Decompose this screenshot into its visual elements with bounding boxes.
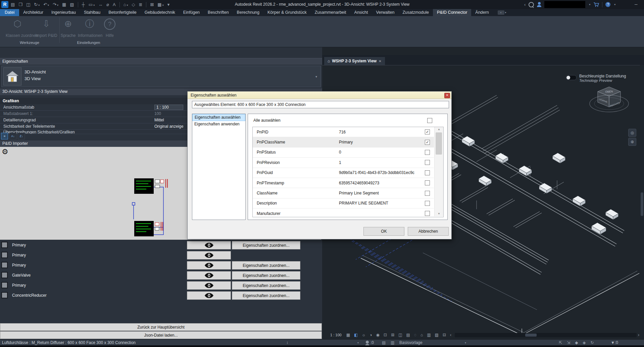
ok-button[interactable]: OK (363, 227, 404, 236)
viewport-hscrollbar[interactable] (455, 333, 637, 337)
displacement-icon[interactable]: ⊟ (443, 333, 446, 337)
tab-gebaeudetechnik[interactable]: Gebäudetechnik (141, 9, 179, 16)
tab-berechnung[interactable]: Berechnung (233, 9, 263, 16)
drag-on-selection-icon[interactable]: ↻ (591, 340, 594, 345)
pid-list-row[interactable]: Primary (0, 251, 322, 259)
dialog-property-row[interactable]: PnPClassNamePrimary✓ (253, 137, 434, 147)
viewcube[interactable]: OBEN VORNE RECHTS (584, 82, 634, 121)
dialog-property-row[interactable]: PnPGuid9d9b0a71-f041-4b43-872b-3ddbb031e… (253, 168, 434, 178)
username-redacted[interactable] (544, 1, 585, 8)
constraints-icon[interactable]: ▥ (427, 333, 431, 337)
tab-datei[interactable]: Datei (0, 9, 19, 16)
tech-preview-toggle[interactable] (566, 75, 577, 80)
type-selector-dropdown-icon[interactable]: ▾ (315, 75, 317, 78)
viewport-vscrollbar[interactable] (640, 65, 644, 339)
close-hidden-windows-icon[interactable]: ⊠ (150, 2, 154, 7)
design-option-value[interactable]: Basisvorlage (399, 340, 423, 345)
sort-za-icon[interactable]: Z↓ (18, 133, 25, 139)
type-selector[interactable]: 3D-Ansicht 3D View ▾ (1, 66, 321, 87)
crop-view-icon[interactable]: ⊡ (384, 333, 387, 337)
dialog-close-icon[interactable]: ✕ (444, 93, 450, 98)
thin-lines-icon[interactable]: ≣ (139, 2, 143, 7)
tab-betonfertigteile[interactable]: Betonfertigteile (104, 9, 140, 16)
shadows-icon[interactable]: ◑ (369, 333, 372, 337)
measure-icon[interactable]: ▭▾ (89, 2, 95, 7)
save-icon[interactable]: ◫ (26, 2, 30, 7)
zoom-tool-icon[interactable]: ⊕ (628, 138, 636, 146)
design-options-icon[interactable]: ▥ (391, 340, 394, 345)
nav-apply-properties[interactable]: Eigenschaften anwenden (192, 121, 245, 127)
tab-ansicht[interactable]: Ansicht (350, 9, 372, 16)
map-classes-button[interactable]: ⬡ Klassen zuordnen (6, 18, 29, 38)
property-checkbox[interactable] (425, 160, 430, 165)
cart-icon[interactable] (593, 2, 599, 7)
user-avatar-icon[interactable] (537, 2, 541, 7)
dialog-property-row[interactable]: PnPRevision1 (253, 158, 434, 168)
lock-view-icon[interactable]: ◫ (398, 333, 402, 337)
visibility-eye-button[interactable] (187, 271, 231, 280)
tag-icon[interactable]: ⌀ (106, 2, 109, 7)
dialog-property-row[interactable]: Manufacturer (253, 209, 434, 219)
tab-ingenieurbau[interactable]: Ingenieurbau (47, 9, 80, 16)
property-checkbox[interactable] (425, 201, 430, 206)
open-icon[interactable]: ❒ (18, 2, 22, 7)
switch-windows-icon[interactable]: ▩▾ (157, 2, 163, 7)
nav-select-properties[interactable]: Eigenschaften auswählen (193, 114, 245, 121)
ribbon-help-button[interactable]: ? Hilfe (99, 18, 120, 38)
tab-stahlbau[interactable]: Stahlbau (80, 9, 104, 16)
view-tab-wshp[interactable]: ⌂ WSHP 2-3 System View ✕ (324, 57, 385, 65)
worksets-icon[interactable]: ▤ (382, 340, 386, 345)
property-checkbox[interactable]: ✓ (425, 129, 430, 134)
tab-koerper-grundstueck[interactable]: Körper & Grundstück (263, 9, 311, 16)
back-to-overview-button[interactable]: Zurück zur Hauptübersicht (0, 323, 322, 331)
tab-close-icon[interactable]: ✕ (379, 59, 381, 63)
dialog-property-row[interactable]: PnPStatus0 (253, 148, 434, 158)
view-scale[interactable]: 1 : 100 (330, 333, 342, 337)
reveal-hidden-icon[interactable]: ◌ (414, 333, 416, 337)
assign-properties-button[interactable]: Eigenschaften zuordnen... (232, 291, 300, 300)
dialog-property-row[interactable]: ClassNamePrimary Line Segment (253, 188, 434, 198)
ribbon-collapse-icon[interactable]: ▾ (505, 9, 506, 16)
dialog-title-bar[interactable]: Eigenschaften auswählen (188, 92, 451, 99)
import-pid-button[interactable]: ⇩ Import P&ID (35, 18, 58, 38)
load-json-button[interactable]: Json-Datei laden... (0, 331, 322, 339)
analytical-icon[interactable]: ⌂ (420, 333, 423, 337)
default-3d-view-icon[interactable]: ⌂▾ (123, 2, 128, 7)
worksets-dropdown-icon[interactable]: ▾ (357, 341, 359, 344)
section-icon[interactable]: ◇ (132, 2, 135, 7)
ribbon-state-icon[interactable]: ▪ (498, 10, 504, 15)
visibility-eye-button[interactable] (187, 251, 231, 259)
sync-icon[interactable]: ↻▾ (34, 2, 40, 7)
crop-region-icon[interactable]: ⊞ (391, 333, 394, 337)
help-dropdown-icon[interactable]: ▾ (614, 3, 615, 6)
visual-style-icon[interactable]: ◧ (354, 333, 358, 337)
sort-az-icon[interactable]: A↓ (9, 133, 16, 139)
scroll-left-icon[interactable]: ‹ (450, 333, 451, 337)
redo-icon[interactable]: ↷▾ (53, 2, 58, 7)
select-links-icon[interactable]: ⇱ (559, 340, 562, 345)
properties-palette-header[interactable]: Eigenschaften (0, 58, 325, 65)
dialog-property-row[interactable]: PnPTimestamp635957424659049273 (253, 178, 434, 188)
render-icon[interactable]: ◉ (376, 333, 380, 337)
visibility-eye-button[interactable] (187, 241, 231, 249)
collapse-search-icon[interactable]: ‹ (524, 2, 526, 7)
tab-aendern[interactable]: Ändern (471, 9, 493, 16)
tab-zusammenarbeit[interactable]: Zusammenarbeit (311, 9, 350, 16)
revit-app-icon[interactable]: R (1, 1, 8, 8)
tab-zusatzmodule[interactable]: Zusatzmodule (398, 9, 433, 16)
property-checkbox[interactable] (425, 211, 430, 216)
selected-element-field[interactable]: Ausgewähltes Element: 600 x 600 Face 300… (192, 101, 449, 108)
assign-properties-button[interactable]: Eigenschaften zuordnen... (232, 261, 300, 270)
property-checkbox[interactable] (425, 180, 430, 185)
scroll-right-icon[interactable]: › (638, 333, 639, 337)
info-button[interactable]: ⓘ Informationen (78, 18, 101, 38)
pid-list-row[interactable]: ConcentricReducerEigenschaften zuordnen.… (0, 291, 322, 299)
tab-pid-connector[interactable]: P&ID Connector (433, 9, 471, 16)
property-checkbox[interactable]: ✓ (425, 140, 430, 145)
tab-architektur[interactable]: Architektur (19, 9, 47, 16)
undo-icon[interactable]: ↶▾ (43, 2, 49, 7)
tab-einfuegen[interactable]: Einfügen (179, 9, 204, 16)
dialog-property-row[interactable]: PnPID716✓ (253, 127, 434, 137)
scroll-down-icon[interactable]: ▼ (435, 212, 443, 216)
design-option-dropdown-icon[interactable]: ▾ (465, 341, 466, 344)
